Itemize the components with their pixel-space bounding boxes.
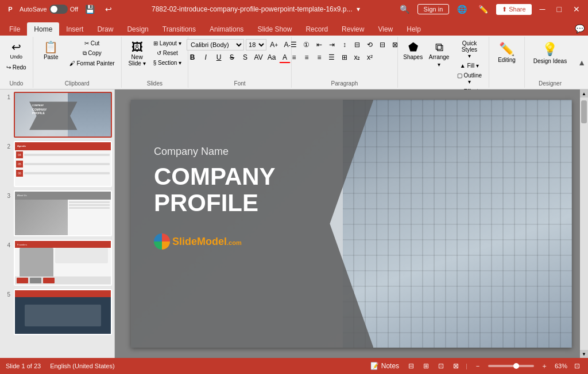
search-button[interactable]: 🔍 bbox=[396, 3, 413, 15]
tab-draw[interactable]: Draw bbox=[90, 22, 120, 36]
char-spacing-button[interactable]: AV bbox=[253, 52, 264, 63]
cut-button[interactable]: ✂ Cut bbox=[67, 39, 118, 48]
subscript-button[interactable]: x₂ bbox=[351, 52, 363, 63]
minimize-button[interactable]: ─ bbox=[536, 3, 549, 15]
tab-review[interactable]: Review bbox=[335, 22, 371, 36]
slide-5-map-image bbox=[25, 305, 102, 326]
tab-help[interactable]: Help bbox=[400, 22, 428, 36]
tab-transitions[interactable]: Transitions bbox=[156, 22, 203, 36]
bold-button[interactable]: B bbox=[187, 52, 198, 63]
restore-button[interactable]: □ bbox=[554, 3, 565, 15]
notes-icon: 📝 bbox=[370, 362, 379, 370]
underline-button[interactable]: U bbox=[213, 52, 225, 63]
comments-button[interactable]: 💬 bbox=[571, 23, 588, 34]
autosave-toggle[interactable] bbox=[49, 5, 68, 14]
close-button[interactable]: ✕ bbox=[570, 3, 583, 15]
copy-button[interactable]: ⧉ Copy bbox=[67, 49, 118, 58]
zoom-out-button[interactable]: － bbox=[472, 360, 483, 372]
slide-info: Slide 1 of 23 bbox=[6, 363, 41, 369]
autosave-group: AutoSave Off bbox=[20, 5, 78, 14]
paste-button[interactable]: 📋 Paste bbox=[37, 39, 65, 63]
quick-undo-button[interactable]: ↩ bbox=[102, 3, 115, 15]
ribbon-collapse-button[interactable]: ▲ bbox=[575, 37, 588, 88]
slide-thumb-2[interactable]: 2 Agenda 04 05 06 bbox=[2, 141, 112, 187]
shape-outline-button[interactable]: ▢ Outline ▾ bbox=[454, 71, 486, 86]
pen-icon[interactable]: ✏️ bbox=[475, 3, 492, 15]
align-text-button[interactable]: ⊟ bbox=[377, 39, 388, 50]
bullets-button[interactable]: ☰ bbox=[288, 39, 300, 50]
tab-view[interactable]: View bbox=[371, 22, 400, 36]
redo-button[interactable]: ↪ Redo bbox=[3, 63, 29, 72]
reading-view-button[interactable]: ⊡ bbox=[436, 361, 446, 371]
tab-animations[interactable]: Animations bbox=[203, 22, 250, 36]
tab-design[interactable]: Design bbox=[120, 22, 155, 36]
slide-img-3[interactable]: About Us bbox=[14, 190, 112, 236]
case-button[interactable]: Aa bbox=[266, 52, 277, 63]
increase-indent-button[interactable]: ⇥ bbox=[326, 39, 338, 50]
numbering-button[interactable]: ① bbox=[301, 39, 312, 50]
slide-img-5[interactable] bbox=[14, 289, 112, 335]
logo-text: SlideModel.com bbox=[172, 236, 242, 248]
format-painter-button[interactable]: 🖌 Format Painter bbox=[67, 59, 118, 68]
align-left-button[interactable]: ≡ bbox=[288, 52, 300, 63]
section-button[interactable]: § Section ▾ bbox=[150, 59, 184, 67]
fit-slide-button[interactable]: ⊡ bbox=[572, 361, 582, 371]
slide-sorter-button[interactable]: ⊞ bbox=[421, 361, 431, 371]
scroll-up-button[interactable]: ▲ bbox=[580, 89, 588, 98]
layout-button[interactable]: ⊞ Layout ▾ bbox=[150, 39, 184, 48]
col-spacing-button[interactable]: ⊞ bbox=[339, 52, 350, 63]
designer-group-content: 💡 Design Ideas bbox=[528, 38, 572, 79]
shapes-button[interactable]: ⬟ Shapes bbox=[401, 39, 425, 63]
paste-icon: 📋 bbox=[44, 41, 58, 53]
font-size-select[interactable]: 18 bbox=[246, 39, 266, 50]
zoom-slider[interactable] bbox=[488, 365, 534, 367]
slide-thumb-1[interactable]: 1 COMPANY COMPANY PROFILE bbox=[2, 92, 112, 138]
strikethrough-button[interactable]: S̶ bbox=[226, 52, 238, 63]
columns-button[interactable]: ⊟ bbox=[351, 39, 363, 50]
quick-styles-button[interactable]: Quick Styles ▾ bbox=[454, 39, 486, 60]
new-slide-button[interactable]: 🖼 NewSlide ▾ bbox=[125, 39, 149, 69]
undo-button[interactable]: ↩ Undo bbox=[6, 39, 26, 62]
slide-thumb-4[interactable]: 4 Founders bbox=[2, 240, 112, 286]
slide-img-1[interactable]: COMPANY COMPANY PROFILE bbox=[14, 92, 112, 138]
italic-button[interactable]: I bbox=[200, 52, 211, 63]
slide-img-4[interactable]: Founders bbox=[14, 240, 112, 286]
save-button[interactable]: 💾 bbox=[82, 3, 98, 15]
design-ideas-button[interactable]: 💡 Design Ideas bbox=[528, 39, 572, 67]
slide-thumb-3[interactable]: 3 About Us bbox=[2, 190, 112, 236]
zoom-in-button[interactable]: ＋ bbox=[539, 360, 550, 372]
tab-slideshow[interactable]: Slide Show bbox=[250, 22, 299, 36]
shadow-button[interactable]: S bbox=[239, 52, 251, 63]
text-direction-button[interactable]: ⟲ bbox=[364, 39, 376, 50]
justify-button[interactable]: ☰ bbox=[326, 52, 338, 63]
share-button[interactable]: ⬆ Share bbox=[496, 4, 531, 15]
line-spacing-button[interactable]: ↕ bbox=[339, 39, 350, 50]
presenter-view-button[interactable]: ⊠ bbox=[451, 361, 461, 371]
signin-button[interactable]: Sign in bbox=[417, 4, 450, 14]
filename-dropdown-icon[interactable]: ▾ bbox=[357, 5, 360, 13]
slide-canvas[interactable]: Company Name COMPANY PROFILE SlideModel.… bbox=[131, 100, 572, 348]
shape-fill-button[interactable]: ▲ Fill ▾ bbox=[454, 61, 486, 70]
arrange-button[interactable]: ⧉ Arrange ▾ bbox=[427, 39, 451, 70]
ribbon: ↩ Undo ↪ Redo Undo 📋 Paste ✂ Cut ⧉ Co bbox=[0, 36, 588, 89]
notes-button[interactable]: 📝 Notes bbox=[368, 361, 401, 371]
tab-insert[interactable]: Insert bbox=[59, 22, 90, 36]
slide-5-bg bbox=[15, 290, 111, 334]
decrease-indent-button[interactable]: ⇤ bbox=[314, 39, 325, 50]
share-world-icon[interactable]: 🌐 bbox=[454, 3, 470, 15]
slide-thumb-5[interactable]: 5 bbox=[2, 289, 112, 335]
slide-img-2[interactable]: Agenda 04 05 06 bbox=[14, 141, 112, 187]
normal-view-button[interactable]: ⊟ bbox=[406, 361, 416, 371]
font-family-select[interactable]: Calibri (Body) bbox=[187, 39, 244, 50]
increase-font-button[interactable]: A+ bbox=[268, 39, 280, 50]
scroll-down-button[interactable]: ▼ bbox=[580, 350, 588, 358]
align-right-button[interactable]: ≡ bbox=[314, 52, 325, 63]
tab-home[interactable]: Home bbox=[27, 22, 59, 36]
align-center-button[interactable]: ≡ bbox=[301, 52, 312, 63]
tab-record[interactable]: Record bbox=[299, 22, 335, 36]
tab-file[interactable]: File bbox=[2, 22, 27, 36]
superscript-button[interactable]: x² bbox=[364, 52, 376, 63]
reset-button[interactable]: ↺ Reset bbox=[150, 49, 184, 57]
editing-button[interactable]: ✏️ Editing bbox=[493, 39, 521, 66]
scroll-thumb[interactable] bbox=[581, 100, 587, 123]
